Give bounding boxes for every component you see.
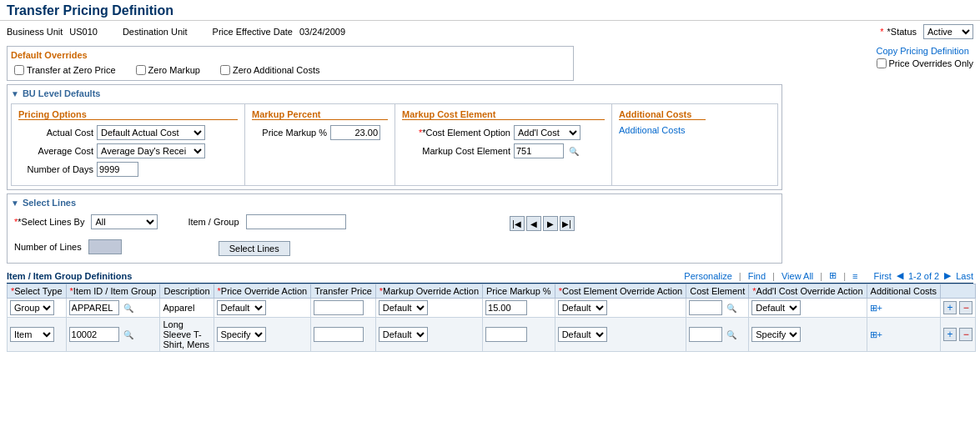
nav-last-btn[interactable]: ▶| bbox=[560, 216, 575, 231]
price-overrides-only-label: Price Overrides Only bbox=[889, 58, 973, 68]
find-link[interactable]: Find bbox=[748, 271, 766, 281]
row2-remove-btn[interactable]: − bbox=[959, 328, 972, 341]
number-of-days-row: Number of Days bbox=[18, 162, 238, 177]
row1-select-type-select[interactable]: Group Item bbox=[10, 300, 54, 315]
transfer-zero-price-checkbox[interactable] bbox=[14, 65, 24, 75]
row2-price-markup[interactable] bbox=[483, 318, 555, 352]
price-overrides-only-checkbox[interactable] bbox=[877, 58, 887, 68]
row2-cost-element-input[interactable] bbox=[689, 327, 722, 342]
nav-next-btn[interactable]: ▶ bbox=[543, 216, 558, 231]
row2-cost-element-override-action-select[interactable]: Default Specify bbox=[558, 327, 607, 342]
row1-addl-cost-override-action[interactable]: Default Specify bbox=[749, 299, 867, 318]
markup-cost-element-lookup-btn[interactable]: 🔍 bbox=[569, 147, 579, 156]
row2-item-id-input[interactable] bbox=[69, 327, 119, 342]
row2-price-override-action-select[interactable]: Default Specify bbox=[217, 327, 266, 342]
next-page-icon[interactable]: ▶ bbox=[944, 270, 951, 281]
row2-transfer-price[interactable] bbox=[311, 318, 376, 352]
prev-page-icon[interactable]: ◀ bbox=[897, 270, 903, 281]
personalize-link[interactable]: Personalize bbox=[684, 271, 731, 281]
grid-icon[interactable]: ⊞ bbox=[829, 270, 837, 281]
row1-additional-costs[interactable]: ⊞+ bbox=[867, 299, 941, 318]
table-section-title: Item / Item Group Definitions bbox=[7, 271, 132, 281]
status-label: * bbox=[880, 27, 883, 37]
select-lines-by-select[interactable]: All Group Item bbox=[91, 214, 158, 229]
row2-additional-costs[interactable]: ⊞+ bbox=[867, 318, 941, 352]
row1-item-id-input[interactable] bbox=[69, 300, 119, 315]
row1-price-markup-input[interactable] bbox=[485, 300, 527, 315]
view-all-link[interactable]: View All bbox=[781, 271, 813, 281]
row1-markup-override-action[interactable]: Default Specify bbox=[375, 299, 482, 318]
item-group-input[interactable] bbox=[246, 214, 346, 229]
cost-element-option-select[interactable]: Add'l Cost Standard Cost Average Cost bbox=[514, 125, 580, 140]
row1-transfer-price-input[interactable] bbox=[314, 300, 364, 315]
row1-cost-element-override-action-select[interactable]: Default Specify bbox=[558, 300, 607, 315]
page-title: Transfer Pricing Definition bbox=[0, 0, 980, 21]
row2-addl-cost-override-action-select[interactable]: Default Specify bbox=[751, 327, 801, 342]
nav-prev-btn[interactable]: ◀ bbox=[526, 216, 541, 231]
zero-additional-costs-checkbox[interactable] bbox=[220, 65, 230, 75]
col-cost-element-override-action: *Cost Element Override Action bbox=[555, 284, 686, 299]
list-icon[interactable]: ≡ bbox=[852, 271, 857, 281]
number-of-days-input[interactable] bbox=[97, 162, 138, 177]
transfer-zero-price-label: Transfer at Zero Price bbox=[27, 65, 116, 75]
row2-select-type[interactable]: Group Item bbox=[8, 318, 67, 352]
actual-cost-select[interactable]: Default Actual Cost Actual Cost bbox=[97, 125, 205, 140]
last-label: Last bbox=[956, 271, 973, 281]
row2-add-btn[interactable]: + bbox=[943, 328, 957, 341]
status-select[interactable]: Active Inactive bbox=[923, 24, 973, 39]
row2-price-override-action[interactable]: Default Specify bbox=[214, 318, 311, 352]
row1-addl-cost-override-action-select[interactable]: Default Specify bbox=[751, 300, 801, 315]
destination-unit-field: Destination Unit bbox=[123, 27, 188, 37]
row1-item-id-lookup-btn[interactable]: 🔍 bbox=[123, 304, 133, 313]
row1-cost-element-override-action[interactable]: Default Specify bbox=[555, 299, 686, 318]
row2-markup-override-action[interactable]: Default Specify bbox=[375, 318, 482, 352]
collapse-icon[interactable]: ▼ bbox=[11, 89, 19, 98]
nav-first-btn[interactable]: |◀ bbox=[510, 216, 525, 231]
select-lines-row2: Number of Lines Select Lines bbox=[11, 238, 778, 259]
row2-addl-cost-override-action[interactable]: Default Specify bbox=[749, 318, 867, 352]
cost-element-option-row: **Cost Element Option Add'l Cost Standar… bbox=[402, 125, 605, 140]
row1-cost-element-input[interactable] bbox=[689, 300, 722, 315]
select-lines-section: ▼ Select Lines **Select Lines By All Gro… bbox=[7, 193, 782, 264]
table-controls: Personalize | Find | View All | ⊞ | ≡ Fi… bbox=[684, 270, 973, 281]
row2-select-type-select[interactable]: Group Item bbox=[10, 327, 54, 342]
zero-markup-checkbox[interactable] bbox=[136, 65, 146, 75]
table-row: Group Item 🔍 Long Sleeve T-Shirt, Mens D… bbox=[8, 318, 976, 352]
select-lines-row1: **Select Lines By All Group Item Item / … bbox=[11, 213, 778, 234]
row2-cost-element-lookup-btn[interactable]: 🔍 bbox=[726, 330, 736, 339]
row2-price-markup-input[interactable] bbox=[485, 327, 527, 342]
col-description: Description bbox=[160, 284, 214, 299]
row2-item-id-lookup-btn[interactable]: 🔍 bbox=[123, 330, 133, 339]
price-markup-input[interactable] bbox=[330, 125, 380, 140]
row1-markup-override-action-select[interactable]: Default Specify bbox=[379, 300, 428, 315]
row1-price-markup[interactable] bbox=[483, 299, 555, 318]
row1-price-override-action[interactable]: Default Specify bbox=[214, 299, 311, 318]
row1-transfer-price[interactable] bbox=[311, 299, 376, 318]
actual-cost-row: Actual Cost Default Actual Cost Actual C… bbox=[18, 125, 238, 140]
average-cost-select[interactable]: Average Day's Recei Average Cost bbox=[97, 143, 205, 158]
select-lines-btn[interactable]: Select Lines bbox=[219, 241, 290, 256]
row1-price-override-action-select[interactable]: Default Specify bbox=[217, 300, 266, 315]
additional-costs-link[interactable]: Additional Costs bbox=[619, 125, 686, 135]
row2-markup-override-action-select[interactable]: Default Specify bbox=[379, 327, 428, 342]
row1-add-btn[interactable]: + bbox=[943, 301, 957, 314]
row1-item-id: 🔍 bbox=[66, 299, 160, 318]
markup-cost-element-input[interactable] bbox=[514, 143, 564, 158]
select-lines-by-field: **Select Lines By All Group Item bbox=[14, 214, 158, 229]
row1-remove-btn[interactable]: − bbox=[959, 301, 972, 314]
business-unit-value: US010 bbox=[69, 27, 98, 37]
row1-select-type[interactable]: Group Item bbox=[8, 299, 67, 318]
select-lines-collapse-icon[interactable]: ▼ bbox=[11, 198, 19, 208]
status-field: **Status Active Inactive bbox=[880, 24, 973, 39]
additional-costs-panel: Additional Costs Additional Costs bbox=[612, 104, 712, 185]
row2-cost-element-override-action[interactable]: Default Specify bbox=[555, 318, 686, 352]
copy-pricing-definition-link[interactable]: Copy Pricing Definition bbox=[877, 46, 969, 56]
row2-transfer-price-input[interactable] bbox=[314, 327, 364, 342]
separator5 bbox=[864, 271, 867, 281]
row1-cost-element-lookup-btn[interactable]: 🔍 bbox=[726, 304, 736, 313]
row1-addl-costs-icon[interactable]: ⊞+ bbox=[870, 303, 882, 313]
number-of-lines-input[interactable] bbox=[88, 239, 122, 254]
col-price-override-action: *Price Override Action bbox=[214, 284, 311, 299]
col-addl-cost-override-action: *Add'l Cost Override Action bbox=[749, 284, 867, 299]
row2-addl-costs-icon[interactable]: ⊞+ bbox=[870, 329, 882, 339]
